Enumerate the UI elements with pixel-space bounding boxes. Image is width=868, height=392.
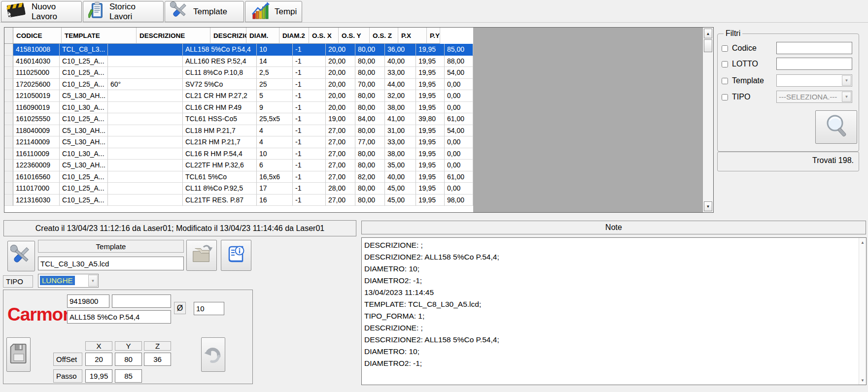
cell-template: C5_L30_AH... — [60, 136, 108, 148]
column-header[interactable]: P.Y — [427, 28, 440, 44]
codice-checkbox[interactable] — [722, 45, 728, 52]
passo-y-input[interactable] — [115, 369, 142, 383]
table-row[interactable]: 122360009 C5_L30_AH... CL22TF HM P.32,6 … — [4, 160, 473, 171]
table-row[interactable]: 161016560 C10_L25_A... TCL61 5%Co 16,5x6… — [4, 171, 473, 183]
diameter-input[interactable] — [194, 302, 224, 315]
cell-px: 19,95 — [416, 195, 445, 206]
code-input[interactable] — [67, 294, 109, 308]
cell-diam2: -1 — [293, 56, 326, 67]
cell-diam: 16,5x6 — [257, 171, 293, 183]
cell-px: 19,95 — [416, 183, 445, 195]
cell-template: C10_L25_A... — [60, 195, 108, 206]
table-vertical-scrollbar[interactable]: ▲ ▼ — [702, 28, 713, 212]
magnifier-icon — [820, 112, 853, 142]
search-button[interactable] — [815, 110, 857, 144]
chevron-down-icon[interactable]: ▼ — [842, 92, 851, 102]
note-line: 13/04/2023 11:14:45 — [362, 287, 866, 298]
offset-y-input[interactable] — [115, 353, 142, 366]
note-line: TIPO_FORMA: 1; — [362, 310, 866, 322]
open-folder-button[interactable] — [186, 240, 217, 271]
note-panel-caption: Note — [361, 221, 866, 234]
tab-nuovo-lavoro[interactable]: Nuovo Lavoro — [1, 1, 82, 22]
info-book-button[interactable] — [221, 240, 251, 271]
cell-template: C10_L25_A... — [60, 183, 108, 195]
table-row[interactable]: 111017000 C10_L25_A... CL11 8%Co P.92,5 … — [4, 183, 473, 195]
cell-diam2: -1 — [293, 90, 326, 102]
column-header[interactable]: CODICE — [13, 28, 62, 44]
column-header[interactable]: TEMPLATE — [62, 28, 137, 44]
column-header[interactable]: DESCRIZIONE2 — [210, 28, 246, 44]
table-row[interactable]: 111025000 C10_L25_A... CL11 8%Co P.10,8 … — [4, 67, 473, 79]
row-indicator — [4, 195, 13, 206]
edit-template-button[interactable] — [7, 241, 35, 271]
filter-row-lotto: LOTTO — [722, 58, 855, 70]
cell-osy: 82,00 — [355, 171, 385, 183]
table-row[interactable]: 116090019 C10_L30_A... CL16 CR HM P.49 9… — [4, 102, 473, 114]
table-row[interactable]: 161025550 C10_L25_A... TCL61 HSS-Co5 25,… — [4, 113, 473, 125]
tipo-checkbox[interactable] — [722, 94, 728, 100]
column-header[interactable]: O.S. Y — [339, 28, 370, 44]
template-checkbox[interactable] — [722, 78, 728, 84]
cell-diam: 10 — [257, 148, 293, 160]
cell-osy: 80,00 — [355, 67, 385, 79]
note-line: DIAMETRO: 10; — [362, 263, 866, 275]
passo-x-input[interactable] — [85, 369, 112, 383]
cell-osx: 27,00 — [326, 160, 355, 171]
cell-py: 85,00 — [445, 44, 473, 56]
cell-py: 0,00 — [445, 136, 473, 148]
cell-osx: 20,00 — [326, 102, 355, 114]
table-row[interactable]: 121050019 C5_L30_AH... CL21 CR HM P.27,2… — [4, 90, 473, 102]
codice-input[interactable] — [776, 42, 852, 54]
column-header[interactable]: DIAM. — [246, 28, 279, 44]
table-row[interactable]: 116110009 C10_L30_A... CL16 R HM P.54,4 … — [4, 148, 473, 160]
column-header[interactable]: P.X — [398, 28, 427, 44]
chevron-down-icon[interactable]: ▼ — [842, 75, 851, 86]
description-input[interactable] — [67, 310, 171, 324]
table-row[interactable]: 118040009 C5_L30_AH... CL18 HM P.21,7 4 … — [4, 125, 473, 137]
scroll-up-icon[interactable]: ▲ — [704, 29, 712, 38]
row-indicator — [4, 183, 13, 195]
lotto-input[interactable] — [776, 58, 852, 70]
table-row[interactable]: 172025600 C10_L25_A... 60° SV72 5%Co 25 … — [4, 79, 473, 91]
note-textarea[interactable]: DESCRIZIONE: ;DESCRIZIONE2: ALL158 5%Co … — [361, 237, 867, 385]
chevron-down-icon[interactable]: ▼ — [88, 275, 98, 287]
template-filename-input[interactable] — [38, 257, 184, 270]
cell-diam: 25,5x5 — [257, 113, 293, 125]
cell-osz: 45,00 — [385, 195, 416, 206]
scroll-up-icon[interactable]: ▲ — [859, 239, 866, 246]
template-filter-combo[interactable]: ▼ — [776, 74, 852, 87]
tab-tempi[interactable]: Tempi — [245, 1, 302, 22]
cell-osz: 33,00 — [385, 67, 416, 79]
column-header[interactable]: O.S. Z — [370, 28, 398, 44]
cell-diam2: -1 — [293, 67, 326, 79]
tab-template[interactable]: Template — [165, 1, 244, 22]
tipo-combobox[interactable]: LUNGHE ▼ — [38, 274, 99, 288]
scroll-down-icon[interactable]: ▼ — [704, 201, 712, 211]
cell-diam: 14 — [257, 56, 293, 67]
table-row[interactable]: 121316030 C10_L25_A... CL21TF RES. P.87 … — [4, 195, 473, 206]
tab-storico-lavori[interactable]: Storico Lavori — [83, 1, 164, 22]
table-row[interactable]: 415810008 TCL_C8_L3... ALL158 5%Co P.54,… — [4, 44, 473, 56]
cell-px: 19,95 — [416, 79, 445, 91]
note-scrollbar[interactable]: ▲ ▼ — [859, 238, 866, 385]
column-header[interactable]: O.S. X — [309, 28, 339, 44]
save-button[interactable] — [6, 337, 31, 372]
scroll-down-icon[interactable]: ▼ — [859, 377, 866, 384]
table-row[interactable]: 121140009 C5_L30_AH... CL21R HM P.21,7 4… — [4, 136, 473, 148]
tipo-filter-combo[interactable]: ---SELEZIONA.--- ▼ — [776, 91, 852, 103]
code2-input[interactable] — [112, 294, 171, 308]
column-header[interactable]: DESCRIZIONE — [137, 28, 210, 44]
cell-osy: 80,00 — [355, 90, 385, 102]
scrollbar-thumb[interactable] — [704, 39, 712, 52]
table-row[interactable]: 416014030 C10_L25_A... ALL160 RES P.52,4… — [4, 56, 473, 67]
note-line: DIAMETRO: 10; — [362, 346, 866, 358]
offset-z-input[interactable] — [144, 353, 171, 366]
cell-osz: 31,00 — [385, 125, 416, 137]
cell-osx: 28,00 — [326, 183, 355, 195]
column-header[interactable]: DIAM.2 — [279, 28, 309, 44]
offset-x-input[interactable] — [85, 353, 112, 366]
lotto-checkbox[interactable] — [722, 61, 728, 67]
undo-button[interactable] — [201, 337, 225, 372]
floppy-disk-icon — [9, 342, 29, 367]
note-line: DIAMETRO2: -1; — [362, 358, 866, 369]
